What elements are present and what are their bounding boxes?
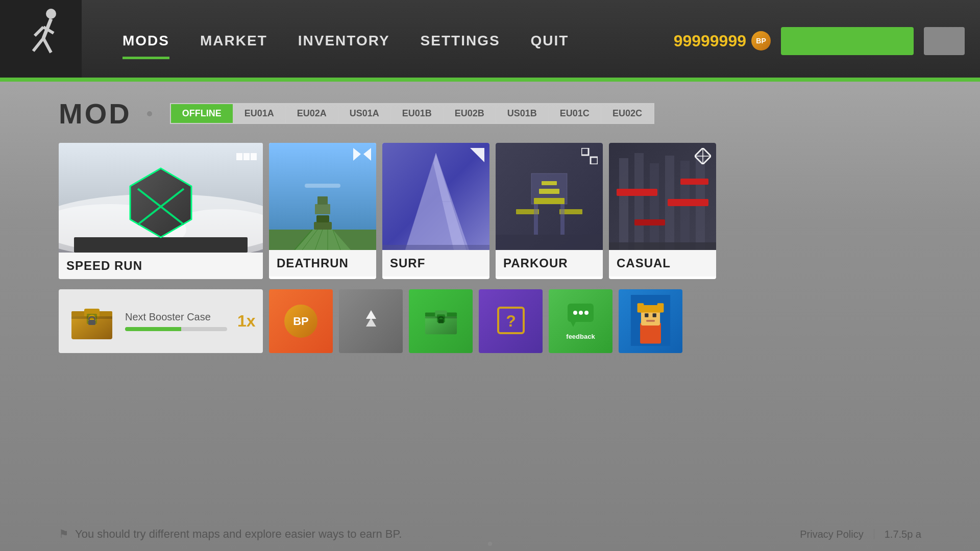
svg-rect-95 (638, 303, 644, 312)
svg-rect-49 (534, 204, 538, 235)
section-title: MOD (59, 97, 132, 130)
svg-rect-51 (496, 235, 603, 250)
svg-rect-16 (236, 153, 242, 160)
footer-tip: ⚑ You should try different maps and expl… (59, 528, 402, 541)
footer: ⚑ You should try different maps and expl… (59, 528, 921, 541)
card-parkour[interactable]: PARKOUR (496, 143, 603, 279)
svg-rect-27 (314, 222, 332, 230)
header: MODS MARKET INVENTORY SETTINGS QUIT 9999… (0, 0, 980, 82)
main-content: MOD OFFLINE EU01A EU02A US01A EU01B EU02… (0, 82, 980, 363)
card-surf[interactable]: SURF (382, 143, 489, 279)
server-tab-offline[interactable]: OFFLINE (171, 104, 233, 123)
server-status-dot (147, 111, 152, 116)
card-speedrun-label: SPEED RUN (59, 253, 263, 279)
svg-rect-52 (581, 148, 589, 155)
card-casual[interactable]: CASUAL (609, 143, 716, 279)
svg-line-2 (33, 38, 43, 51)
boost-button[interactable] (339, 289, 403, 353)
bp-icon: BP (284, 305, 317, 338)
server-tab-eu01c[interactable]: EU01C (549, 104, 601, 123)
svg-rect-64 (680, 179, 708, 185)
feedback-label: feedback (566, 333, 595, 340)
svg-rect-56 (634, 153, 644, 250)
card-surf-label: SURF (382, 250, 489, 277)
svg-rect-75 (88, 320, 95, 325)
boost-icon (358, 308, 384, 335)
nav-item-mods[interactable]: MODS (122, 33, 169, 49)
speedrun-mode-icon (236, 149, 257, 167)
nav-item-settings[interactable]: SETTINGS (421, 33, 500, 49)
feedback-icon (567, 303, 595, 330)
active-nav-underline (133, 79, 179, 82)
svg-rect-29 (315, 204, 330, 214)
server-tab-eu01b[interactable]: EU01B (391, 104, 444, 123)
header-right: 99999999 BP (674, 27, 965, 55)
svg-rect-46 (542, 181, 557, 185)
svg-rect-61 (617, 189, 657, 196)
mod-header: MOD OFFLINE EU01A EU02A US01A EU01B EU02… (59, 97, 921, 130)
user-avatar-header[interactable] (924, 27, 965, 55)
feedback-button[interactable]: feedback (549, 289, 612, 353)
footer-right: Privacy Policy 1.7.5p a (800, 529, 921, 540)
card-casual-image (609, 143, 716, 250)
svg-marker-41 (470, 148, 484, 162)
booster-case[interactable]: Next Booster Case 1x (59, 289, 263, 353)
server-tab-us01b[interactable]: US01B (496, 104, 549, 123)
tip-text: You should try different maps and explor… (75, 528, 402, 541)
svg-rect-44 (534, 198, 565, 204)
nav-item-inventory[interactable]: INVENTORY (298, 33, 390, 49)
case-progress-fill (125, 327, 181, 331)
server-tabs: OFFLINE EU01A EU02A US01A EU01B EU02B US… (170, 103, 654, 124)
card-speedrun-image (59, 143, 263, 253)
server-tab-eu02c[interactable]: EU02C (601, 104, 653, 123)
header-green-button[interactable] (781, 27, 914, 55)
svg-marker-32 (353, 148, 361, 161)
server-tab-us01a[interactable]: US01A (338, 104, 391, 123)
svg-rect-45 (539, 189, 559, 194)
card-parkour-image (496, 143, 603, 250)
mystery-button[interactable]: ? (479, 289, 543, 353)
server-tab-eu02b[interactable]: EU02B (444, 104, 496, 123)
svg-rect-63 (634, 219, 665, 226)
case-image (69, 298, 115, 344)
case-button[interactable] (409, 289, 473, 353)
svg-rect-28 (316, 215, 329, 222)
svg-rect-96 (657, 303, 664, 312)
avatar-icon (629, 295, 672, 348)
svg-rect-97 (645, 313, 648, 317)
svg-rect-10 (74, 237, 248, 253)
svg-rect-40 (382, 245, 489, 250)
case-count: 1x (237, 312, 256, 331)
svg-marker-33 (363, 148, 371, 161)
main-nav: MODS MARKET INVENTORY SETTINGS QUIT (122, 33, 569, 49)
svg-rect-98 (653, 313, 656, 317)
avatar-button[interactable] (619, 289, 682, 353)
svg-point-87 (573, 311, 577, 315)
svg-rect-18 (251, 153, 257, 160)
nav-item-quit[interactable]: QUIT (531, 33, 569, 49)
svg-rect-83 (438, 319, 444, 323)
card-deathrun-image (269, 143, 376, 250)
privacy-policy-link[interactable]: Privacy Policy (800, 529, 863, 540)
svg-marker-76 (366, 310, 376, 319)
svg-rect-92 (640, 322, 661, 343)
card-casual-label: CASUAL (609, 250, 716, 277)
card-speedrun[interactable]: SPEED RUN (59, 143, 263, 279)
case-info: Next Booster Case (125, 311, 227, 331)
svg-point-89 (584, 311, 589, 315)
svg-rect-57 (650, 163, 659, 250)
card-deathrun-label: DEATHRUN (269, 250, 376, 277)
svg-rect-65 (609, 242, 716, 250)
case-icon (423, 303, 459, 340)
svg-line-3 (43, 38, 51, 53)
bp-shop-button[interactable]: BP (269, 289, 333, 353)
nav-item-market[interactable]: MARKET (200, 33, 267, 49)
svg-marker-77 (366, 318, 376, 327)
case-name: Next Booster Case (125, 311, 227, 323)
svg-rect-99 (646, 320, 655, 322)
svg-rect-31 (305, 184, 340, 188)
card-deathrun[interactable]: DEATHRUN (269, 143, 376, 279)
server-tab-eu02a[interactable]: EU02A (286, 104, 338, 123)
server-tab-eu01a[interactable]: EU01A (233, 104, 286, 123)
bottom-row: Next Booster Case 1x BP (59, 289, 921, 353)
